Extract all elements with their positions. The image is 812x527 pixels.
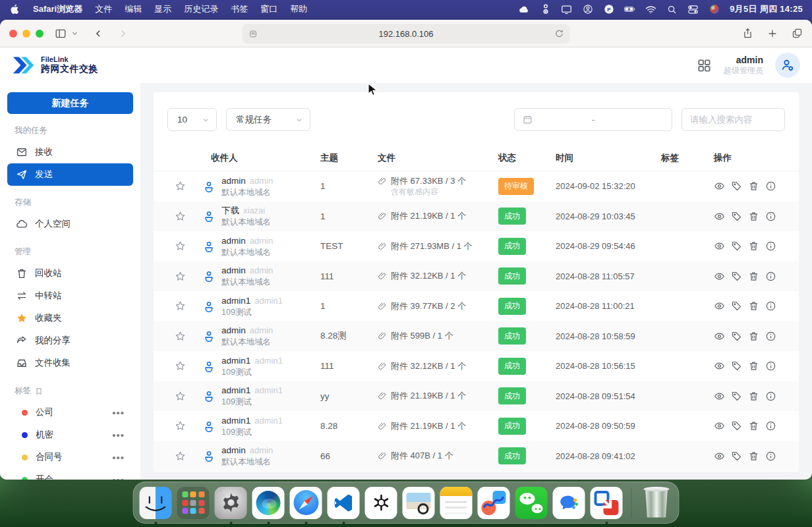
action-tag-icon[interactable] [731, 211, 742, 222]
dock-icon-wechat[interactable] [515, 487, 548, 519]
tag-more-button[interactable]: ••• [112, 407, 125, 418]
action-view-icon[interactable] [714, 420, 725, 431]
menu-item-书签[interactable]: 书签 [231, 3, 248, 15]
action-delete-icon[interactable] [748, 331, 759, 342]
action-view-icon[interactable] [714, 180, 725, 192]
dock-icon-parallels[interactable] [591, 487, 623, 519]
action-info-icon[interactable] [765, 180, 776, 192]
sidebar-item-personal-space[interactable]: 个人空间 [7, 213, 133, 235]
dock-icon-notes[interactable] [440, 487, 473, 519]
sidebar-chevron-icon[interactable] [71, 30, 78, 37]
tag-item-公司[interactable]: 公司••• [7, 401, 133, 424]
action-tag-icon[interactable] [731, 240, 742, 252]
favorite-star-icon[interactable] [165, 331, 194, 342]
sidebar-item-my-shares[interactable]: 我的分享 [7, 329, 133, 352]
battery-charging-icon[interactable] [624, 5, 635, 14]
table-row[interactable]: admin1admin1109测试yy附件 21.19KB / 1 个成功202… [154, 381, 799, 412]
table-row[interactable]: admin1admin1109测试8.28附件 21.19KB / 1 个成功2… [154, 411, 799, 441]
search-box[interactable] [682, 108, 785, 131]
tag-more-button[interactable]: ••• [112, 430, 125, 441]
action-delete-icon[interactable] [748, 420, 759, 431]
back-button[interactable] [94, 28, 103, 40]
reload-icon[interactable] [555, 29, 564, 38]
control-center-icon[interactable] [687, 5, 699, 14]
dock-icon-launchpad[interactable] [177, 487, 210, 519]
dock-icon-edge[interactable] [252, 487, 285, 519]
favorite-star-icon[interactable] [165, 420, 194, 431]
action-delete-icon[interactable] [748, 271, 759, 282]
favorite-star-icon[interactable] [165, 180, 194, 192]
action-view-icon[interactable] [714, 300, 725, 312]
favorite-star-icon[interactable] [165, 360, 194, 372]
favorite-star-icon[interactable] [165, 391, 194, 402]
action-info-icon[interactable] [765, 271, 776, 282]
sidebar-item-file-collect[interactable]: 文件收集 [7, 352, 133, 374]
menu-item-编辑[interactable]: 编辑 [125, 3, 142, 15]
dock-icon-wecom[interactable] [553, 487, 585, 519]
action-tag-icon[interactable] [731, 360, 742, 372]
dock-icon-safari[interactable] [290, 487, 322, 519]
app-grid-icon[interactable] [697, 58, 712, 73]
action-view-icon[interactable] [714, 391, 725, 402]
user-info[interactable]: admin 超级管理员 [724, 55, 763, 76]
table-row[interactable]: adminadmin默认本地域名1附件 67.33KB / 3 个含有敏感内容待… [154, 171, 799, 202]
add-tag-icon[interactable] [35, 387, 43, 396]
menu-item-窗口[interactable]: 窗口 [260, 3, 277, 15]
action-info-icon[interactable] [765, 391, 776, 402]
action-delete-icon[interactable] [748, 391, 759, 402]
avatar[interactable] [775, 53, 800, 78]
sidebar-item-receive[interactable]: 接收 [7, 141, 133, 163]
action-info-icon[interactable] [765, 211, 776, 222]
tag-item-开会[interactable]: 开会••• [7, 468, 133, 480]
search-icon[interactable] [666, 5, 678, 14]
dock-icon-finder[interactable] [140, 487, 172, 519]
tab-overview-icon[interactable] [792, 28, 803, 39]
dock-icon-vscode[interactable] [328, 487, 360, 519]
favorite-star-icon[interactable] [165, 211, 194, 222]
tag-item-机密[interactable]: 机密••• [7, 424, 133, 446]
action-info-icon[interactable] [765, 331, 776, 342]
action-delete-icon[interactable] [748, 180, 759, 192]
table-row[interactable]: adminadmin默认本地域名111附件 32.12KB / 1 个成功202… [154, 262, 799, 292]
dock-icon-preview[interactable] [403, 487, 435, 519]
action-tag-icon[interactable] [731, 180, 742, 192]
dock-icon-trash[interactable] [641, 487, 673, 519]
menu-item-文件[interactable]: 文件 [95, 3, 112, 15]
tag-more-button[interactable]: ••• [112, 452, 125, 463]
sidebar-item-transfer-station[interactable]: 中转站 [7, 285, 133, 307]
menubar-clock[interactable]: 9月5日 周四 14:25 [730, 3, 803, 15]
dock-icon-freeform[interactable] [478, 487, 510, 519]
page-size-select[interactable]: 10 [167, 108, 217, 131]
icloud-icon[interactable] [519, 5, 530, 14]
tag-item-合同号[interactable]: 合同号••• [7, 446, 133, 468]
task-type-select[interactable]: 常规任务 [226, 108, 310, 131]
action-tag-icon[interactable] [731, 420, 742, 431]
action-view-icon[interactable] [714, 331, 725, 342]
new-tab-icon[interactable] [767, 28, 778, 39]
action-tag-icon[interactable] [731, 391, 742, 402]
menu-item-历史记录[interactable]: 历史记录 [184, 3, 218, 15]
table-row[interactable]: adminadmin默认本地域名66附件 407B / 1 个成功2024-08… [154, 441, 799, 472]
user-switch-icon[interactable] [582, 5, 593, 14]
sidebar-item-recycle-bin[interactable]: 回收站 [7, 262, 133, 285]
action-view-icon[interactable] [714, 271, 725, 282]
action-delete-icon[interactable] [748, 240, 759, 252]
action-delete-icon[interactable] [748, 451, 759, 462]
color-app-icon[interactable] [709, 5, 720, 14]
table-row[interactable]: adminadmin默认本地域名TEST附件 271.93MB / 1 个成功2… [154, 231, 799, 262]
sidebar-item-favorites[interactable]: 收藏夹 [7, 307, 133, 329]
action-view-icon[interactable] [714, 211, 725, 222]
action-info-icon[interactable] [765, 451, 776, 462]
action-view-icon[interactable] [714, 360, 725, 372]
dock-icon-chatgpt[interactable] [365, 487, 397, 519]
brand-logo[interactable]: FileLink 跨网文件交换 [12, 55, 98, 75]
close-window-button[interactable] [9, 30, 17, 38]
action-view-icon[interactable] [714, 451, 725, 462]
action-info-icon[interactable] [765, 360, 776, 372]
action-tag-icon[interactable] [731, 300, 742, 312]
action-info-icon[interactable] [765, 420, 776, 431]
sidebar-toggle-icon[interactable] [54, 28, 67, 40]
table-row[interactable]: 下载xiazai默认本地域名1附件 21.19KB / 1 个成功2024-08… [154, 202, 799, 232]
display-icon[interactable] [561, 5, 572, 14]
action-delete-icon[interactable] [748, 300, 759, 312]
